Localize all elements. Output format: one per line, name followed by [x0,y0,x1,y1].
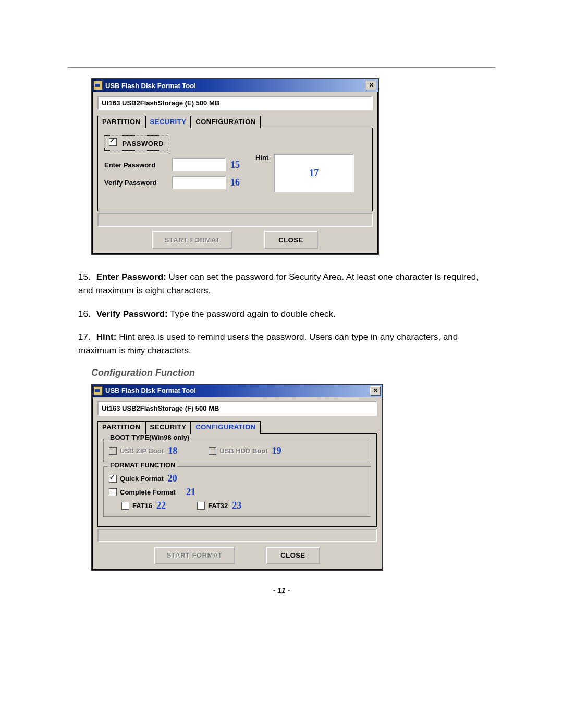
close-icon[interactable]: ✕ [370,386,381,396]
callout-16: 16 [230,177,240,188]
close-icon[interactable]: ✕ [366,81,376,90]
device-dropdown[interactable]: Ut163 USB2FlashStorage (E) 500 MB [97,96,373,110]
enter-password-input[interactable] [172,158,226,171]
quick-format-checkbox[interactable] [109,475,117,483]
fat32-label: FAT32 [208,502,228,510]
item-bold: Hint: [96,332,117,342]
fat32-checkbox[interactable] [197,502,205,510]
tab-configuration[interactable]: CONFIGURATION [191,116,260,128]
item-text: characters. [145,346,191,355]
callout-15: 15 [230,159,240,170]
complete-format-checkbox[interactable] [109,488,117,496]
callout-19: 19 [272,446,282,456]
description-list: 15. Enter Password: User can set the pas… [68,270,495,358]
status-bar [97,213,373,227]
item-bold: Enter Password: [96,272,166,282]
device-dropdown[interactable]: Ut163 USB2FlashStorage (F) 500 MB [97,401,377,416]
boot-type-group: BOOT TYPE(Win98 only) USB ZIP Boot 18 US… [103,439,371,462]
hint-textarea[interactable]: 17 [274,154,354,192]
callout-21: 21 [186,487,195,498]
callout-17: 17 [309,168,319,179]
close-button[interactable]: CLOSE [266,547,320,564]
usb-zip-label: USB ZIP Boot [120,447,164,455]
verify-password-input[interactable] [172,176,226,189]
tab-pane-security: PASSWORD Enter Password 15 Verify Passwo… [97,128,373,211]
tab-pane-configuration: BOOT TYPE(Win98 only) USB ZIP Boot 18 US… [97,433,377,527]
tab-configuration[interactable]: CONFIGURATION [191,421,260,434]
app-icon [93,81,103,90]
fat16-label: FAT16 [132,502,152,510]
tab-strip: PARTITION SECURITY CONFIGURATION [97,421,377,434]
page-number: - 11 - [68,586,495,595]
item-num: 15. [78,270,94,284]
dialog-configuration: USB Flash Disk Format Tool ✕ Ut163 USB2F… [91,384,383,571]
status-bar [97,529,377,542]
callout-18: 18 [168,446,177,456]
callout-22: 22 [156,500,166,511]
titlebar[interactable]: USB Flash Disk Format Tool ✕ [92,385,382,397]
tab-security[interactable]: SECURITY [145,116,191,128]
start-format-button[interactable]: START FORMAT [154,547,235,564]
callout-20: 20 [168,473,177,484]
window-title: USB Flash Disk Format Tool [105,387,370,394]
boot-type-legend: BOOT TYPE(Win98 only) [108,434,191,441]
item-bold: Verify Password: [96,309,168,319]
tab-security[interactable]: SECURITY [145,421,191,434]
item-num: 17. [78,330,94,344]
app-icon [93,386,103,396]
usb-hdd-label: USB HDD Boot [219,447,267,455]
quick-format-label: Quick Format [120,475,164,483]
usb-zip-checkbox [109,447,117,455]
tab-strip: PARTITION SECURITY CONFIGURATION [97,116,373,128]
password-checkbox[interactable] [109,138,117,146]
callout-23: 23 [232,500,241,511]
item-text: Type the password again to double check. [168,309,336,319]
page-rule [68,67,495,68]
password-checkbox-label: PASSWORD [122,140,164,147]
tab-partition[interactable]: PARTITION [97,421,145,434]
item-text-small: thirty [128,346,145,355]
start-format-button[interactable]: START FORMAT [152,231,232,249]
dialog-security: USB Flash Disk Format Tool ✕ Ut163 USB2F… [91,78,379,255]
verify-password-label: Verify Password [104,179,172,187]
complete-format-label: Complete Format [120,488,176,496]
hint-label: Hint [255,154,268,162]
format-function-group: FORMAT FUNCTION Quick Format 20 Complete… [103,466,371,517]
window-title: USB Flash Disk Format Tool [105,82,366,90]
titlebar[interactable]: USB Flash Disk Format Tool ✕ [92,79,378,92]
fat16-checkbox[interactable] [121,502,129,510]
enter-password-label: Enter Password [104,161,172,169]
format-function-legend: FORMAT FUNCTION [108,461,177,469]
close-button[interactable]: CLOSE [264,231,318,249]
section-heading: Configuration Function [91,367,495,378]
tab-partition[interactable]: PARTITION [97,116,145,128]
item-num: 16. [78,307,94,321]
usb-hdd-checkbox [209,447,216,455]
